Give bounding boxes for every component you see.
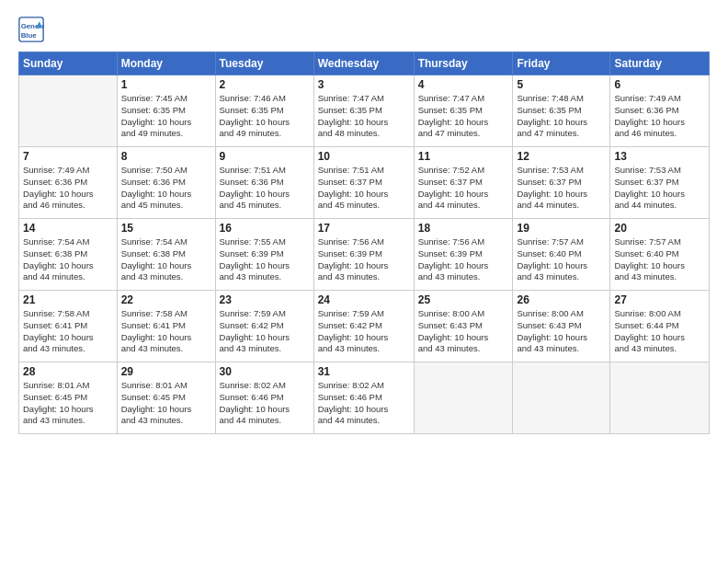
cell-info: Sunrise: 7:57 AM Sunset: 6:40 PM Dayligh… [614, 236, 705, 283]
calendar-cell [414, 362, 513, 434]
cell-info: Sunrise: 7:51 AM Sunset: 6:36 PM Dayligh… [220, 165, 310, 212]
day-number: 18 [418, 222, 509, 235]
page: General Blue SundayMondayTuesdayWednesda… [0, 0, 728, 563]
cell-info: Sunrise: 7:56 AM Sunset: 6:39 PM Dayligh… [318, 236, 410, 283]
calendar-cell: 7Sunrise: 7:49 AM Sunset: 6:36 PM Daylig… [19, 147, 118, 219]
cell-info: Sunrise: 8:00 AM Sunset: 6:43 PM Dayligh… [517, 308, 606, 355]
cell-info: Sunrise: 7:45 AM Sunset: 6:35 PM Dayligh… [121, 93, 211, 140]
cell-info: Sunrise: 7:48 AM Sunset: 6:35 PM Dayligh… [517, 93, 606, 140]
day-number: 15 [121, 222, 211, 235]
day-number: 6 [614, 78, 705, 91]
calendar-cell: 12Sunrise: 7:53 AM Sunset: 6:37 PM Dayli… [513, 147, 610, 219]
calendar-cell: 15Sunrise: 7:54 AM Sunset: 6:38 PM Dayli… [117, 219, 215, 291]
cell-info: Sunrise: 7:55 AM Sunset: 6:39 PM Dayligh… [220, 236, 310, 283]
day-number: 2 [220, 78, 310, 91]
calendar-cell [610, 362, 710, 434]
calendar-cell: 13Sunrise: 7:53 AM Sunset: 6:37 PM Dayli… [610, 147, 710, 219]
day-number: 25 [418, 293, 509, 306]
day-number: 14 [23, 222, 113, 235]
day-number: 3 [318, 78, 410, 91]
calendar-cell: 16Sunrise: 7:55 AM Sunset: 6:39 PM Dayli… [215, 219, 313, 291]
day-number: 24 [318, 293, 410, 306]
day-number: 27 [614, 293, 705, 306]
cell-info: Sunrise: 7:54 AM Sunset: 6:38 PM Dayligh… [121, 236, 211, 283]
calendar-cell: 20Sunrise: 7:57 AM Sunset: 6:40 PM Dayli… [610, 219, 710, 291]
cell-info: Sunrise: 7:59 AM Sunset: 6:42 PM Dayligh… [220, 308, 310, 355]
calendar-cell: 5Sunrise: 7:48 AM Sunset: 6:35 PM Daylig… [513, 75, 610, 147]
day-number: 1 [121, 78, 211, 91]
calendar-cell: 6Sunrise: 7:49 AM Sunset: 6:36 PM Daylig… [610, 75, 710, 147]
calendar-cell: 29Sunrise: 8:01 AM Sunset: 6:45 PM Dayli… [117, 362, 215, 434]
calendar-cell: 14Sunrise: 7:54 AM Sunset: 6:38 PM Dayli… [19, 219, 118, 291]
day-number: 20 [614, 222, 705, 235]
cell-info: Sunrise: 7:54 AM Sunset: 6:38 PM Dayligh… [23, 236, 113, 283]
calendar-cell: 22Sunrise: 7:58 AM Sunset: 6:41 PM Dayli… [117, 291, 215, 362]
day-number: 19 [517, 222, 606, 235]
calendar-cell: 8Sunrise: 7:50 AM Sunset: 6:36 PM Daylig… [117, 147, 215, 219]
logo-icon: General Blue [18, 17, 44, 42]
day-number: 21 [23, 293, 113, 306]
calendar-cell: 1Sunrise: 7:45 AM Sunset: 6:35 PM Daylig… [117, 75, 215, 147]
week-row-5: 28Sunrise: 8:01 AM Sunset: 6:45 PM Dayli… [19, 362, 710, 434]
header: General Blue [18, 17, 710, 42]
day-number: 12 [517, 150, 606, 163]
cell-info: Sunrise: 7:51 AM Sunset: 6:37 PM Dayligh… [318, 165, 410, 212]
day-number: 9 [220, 150, 310, 163]
svg-text:Blue: Blue [21, 31, 38, 40]
cell-info: Sunrise: 7:49 AM Sunset: 6:36 PM Dayligh… [614, 93, 705, 140]
cell-info: Sunrise: 7:46 AM Sunset: 6:35 PM Dayligh… [220, 93, 310, 140]
weekday-header-sunday: Sunday [19, 52, 118, 75]
week-row-4: 21Sunrise: 7:58 AM Sunset: 6:41 PM Dayli… [19, 291, 710, 362]
day-number: 17 [318, 222, 410, 235]
weekday-header-saturday: Saturday [610, 52, 710, 75]
day-number: 31 [318, 365, 410, 378]
day-number: 13 [614, 150, 705, 163]
calendar-cell: 23Sunrise: 7:59 AM Sunset: 6:42 PM Dayli… [215, 291, 313, 362]
day-number: 30 [220, 365, 310, 378]
calendar-cell: 24Sunrise: 7:59 AM Sunset: 6:42 PM Dayli… [313, 291, 414, 362]
day-number: 29 [121, 365, 211, 378]
cell-info: Sunrise: 7:57 AM Sunset: 6:40 PM Dayligh… [517, 236, 606, 283]
weekday-header-row: SundayMondayTuesdayWednesdayThursdayFrid… [19, 52, 710, 75]
calendar-cell: 21Sunrise: 7:58 AM Sunset: 6:41 PM Dayli… [19, 291, 118, 362]
day-number: 22 [121, 293, 211, 306]
calendar-cell: 19Sunrise: 7:57 AM Sunset: 6:40 PM Dayli… [513, 219, 610, 291]
cell-info: Sunrise: 7:59 AM Sunset: 6:42 PM Dayligh… [318, 308, 410, 355]
cell-info: Sunrise: 7:58 AM Sunset: 6:41 PM Dayligh… [23, 308, 113, 355]
cell-info: Sunrise: 8:01 AM Sunset: 6:45 PM Dayligh… [121, 380, 211, 427]
calendar-cell [513, 362, 610, 434]
day-number: 11 [418, 150, 509, 163]
day-number: 8 [121, 150, 211, 163]
week-row-3: 14Sunrise: 7:54 AM Sunset: 6:38 PM Dayli… [19, 219, 710, 291]
week-row-1: 1Sunrise: 7:45 AM Sunset: 6:35 PM Daylig… [19, 75, 710, 147]
calendar-cell: 18Sunrise: 7:56 AM Sunset: 6:39 PM Dayli… [414, 219, 513, 291]
day-number: 23 [220, 293, 310, 306]
calendar-cell: 10Sunrise: 7:51 AM Sunset: 6:37 PM Dayli… [313, 147, 414, 219]
calendar-cell: 30Sunrise: 8:02 AM Sunset: 6:46 PM Dayli… [215, 362, 313, 434]
cell-info: Sunrise: 8:00 AM Sunset: 6:44 PM Dayligh… [614, 308, 705, 355]
day-number: 10 [318, 150, 410, 163]
logo: General Blue [18, 17, 46, 42]
calendar-cell: 31Sunrise: 8:02 AM Sunset: 6:46 PM Dayli… [313, 362, 414, 434]
cell-info: Sunrise: 7:47 AM Sunset: 6:35 PM Dayligh… [418, 93, 509, 140]
cell-info: Sunrise: 7:58 AM Sunset: 6:41 PM Dayligh… [121, 308, 211, 355]
calendar-cell [19, 75, 118, 147]
cell-info: Sunrise: 7:52 AM Sunset: 6:37 PM Dayligh… [418, 165, 509, 212]
calendar-cell: 3Sunrise: 7:47 AM Sunset: 6:35 PM Daylig… [313, 75, 414, 147]
cell-info: Sunrise: 8:02 AM Sunset: 6:46 PM Dayligh… [220, 380, 310, 427]
calendar-table: SundayMondayTuesdayWednesdayThursdayFrid… [18, 52, 710, 434]
weekday-header-friday: Friday [513, 52, 610, 75]
calendar-cell: 11Sunrise: 7:52 AM Sunset: 6:37 PM Dayli… [414, 147, 513, 219]
cell-info: Sunrise: 7:50 AM Sunset: 6:36 PM Dayligh… [121, 165, 211, 212]
weekday-header-wednesday: Wednesday [313, 52, 414, 75]
cell-info: Sunrise: 8:02 AM Sunset: 6:46 PM Dayligh… [318, 380, 410, 427]
calendar-cell: 26Sunrise: 8:00 AM Sunset: 6:43 PM Dayli… [513, 291, 610, 362]
cell-info: Sunrise: 8:00 AM Sunset: 6:43 PM Dayligh… [418, 308, 509, 355]
calendar-cell: 4Sunrise: 7:47 AM Sunset: 6:35 PM Daylig… [414, 75, 513, 147]
cell-info: Sunrise: 7:53 AM Sunset: 6:37 PM Dayligh… [517, 165, 606, 212]
calendar-cell: 2Sunrise: 7:46 AM Sunset: 6:35 PM Daylig… [215, 75, 313, 147]
weekday-header-thursday: Thursday [414, 52, 513, 75]
day-number: 26 [517, 293, 606, 306]
day-number: 7 [23, 150, 113, 163]
day-number: 5 [517, 78, 606, 91]
